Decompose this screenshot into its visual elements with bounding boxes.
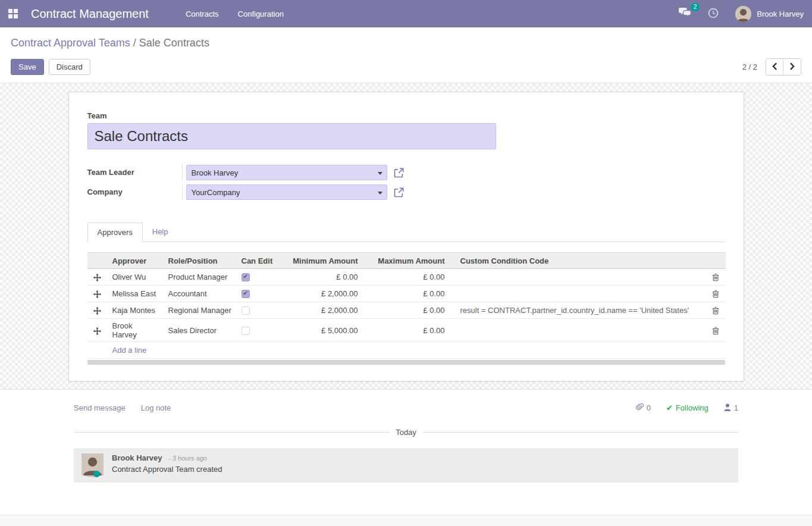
followers-count: 1: [734, 403, 738, 412]
chevron-right-icon: [789, 62, 795, 72]
pager-next-button[interactable]: [783, 59, 801, 75]
min-amount-cell[interactable]: £ 2,000.00: [285, 286, 369, 302]
add-line-row[interactable]: Add a line: [87, 342, 726, 359]
caret-down-icon: [378, 172, 383, 175]
delete-row-icon[interactable]: [712, 290, 719, 298]
form-view-background: Team Team Leader Brook Harvey Company: [0, 83, 812, 390]
followers-button[interactable]: 1: [724, 403, 738, 413]
chatter-message: Brook Harvey - 3 hours ago Contract Appr…: [74, 448, 738, 483]
drag-handle-icon[interactable]: [93, 290, 101, 298]
condition-code-cell[interactable]: [456, 319, 706, 342]
save-button[interactable]: Save: [11, 59, 44, 75]
pager-previous-button[interactable]: [766, 59, 783, 75]
role-cell[interactable]: Product Manager: [164, 269, 237, 286]
min-amount-column-header[interactable]: Minimum Amount: [285, 253, 369, 269]
delete-column-header: [706, 253, 726, 269]
can-edit-checkbox[interactable]: [242, 327, 250, 335]
chatter: Send message Log note 0 ✔ Following: [74, 390, 738, 483]
log-note-button[interactable]: Log note: [141, 403, 171, 412]
company-select[interactable]: YourCompany: [186, 184, 387, 200]
breadcrumb-separator: /: [133, 37, 139, 49]
tab-approvers[interactable]: Approvers: [87, 223, 143, 242]
apps-menu-button[interactable]: [0, 0, 26, 27]
team-field-label: Team: [87, 111, 725, 120]
top-menus: Contracts Configuration: [186, 10, 284, 18]
control-panel: Contract Approval Teams / Sale Contracts…: [0, 27, 812, 83]
attachments-count: 0: [647, 403, 651, 412]
approvers-table: Approver Role/Position Can Edit Minimum …: [87, 252, 725, 365]
condition-code-cell[interactable]: [456, 269, 706, 286]
table-row[interactable]: Oliver WuProduct Manager£ 0.00£ 0.00: [87, 269, 726, 286]
breadcrumb-parent-link[interactable]: Contract Approval Teams: [11, 37, 130, 49]
team-leader-label: Team Leader: [87, 165, 183, 180]
company-external-link-icon[interactable]: [394, 187, 404, 198]
app-title[interactable]: Contract Management: [31, 7, 149, 21]
apps-grid-icon: [8, 9, 18, 18]
approver-cell[interactable]: Oliver Wu: [108, 269, 164, 286]
user-menu[interactable]: Brook Harvey: [735, 6, 804, 22]
can-edit-checkbox[interactable]: [242, 273, 250, 281]
drag-handle-icon[interactable]: [93, 307, 101, 315]
add-line-link[interactable]: Add a line: [87, 342, 726, 359]
user-avatar: [735, 6, 751, 22]
max-amount-cell[interactable]: £ 0.00: [369, 269, 456, 286]
approver-column-header[interactable]: Approver: [108, 253, 164, 269]
condition-code-cell[interactable]: result = CONTRACT.partner_id.country_id.…: [456, 302, 706, 319]
table-row[interactable]: Melissa EastAccountant£ 2,000.00£ 0.00: [87, 286, 726, 302]
menu-configuration[interactable]: Configuration: [238, 10, 284, 18]
check-icon: ✔: [666, 403, 673, 412]
company-value: YourCompany: [192, 188, 240, 197]
breadcrumb-current: Sale Contracts: [139, 37, 209, 49]
delete-row-icon[interactable]: [712, 306, 719, 315]
table-row[interactable]: Brook HarveySales Director£ 5,000.00£ 0.…: [87, 319, 726, 342]
max-amount-column-header[interactable]: Maximum Amount: [369, 253, 456, 269]
send-message-button[interactable]: Send message: [74, 403, 126, 412]
tab-help[interactable]: Help: [143, 223, 178, 242]
team-leader-select[interactable]: Brook Harvey: [186, 165, 387, 180]
max-amount-cell[interactable]: £ 0.00: [369, 286, 456, 302]
clock-icon: [708, 8, 719, 20]
condition-code-cell[interactable]: [456, 286, 706, 302]
messages-menu[interactable]: 2: [679, 8, 691, 20]
min-amount-cell[interactable]: £ 2,000.00: [285, 302, 369, 319]
table-row[interactable]: Kaja MontesRegional Manager£ 2,000.00£ 0…: [87, 302, 726, 319]
drag-handle-icon[interactable]: [93, 327, 101, 335]
team-leader-external-link-icon[interactable]: [394, 168, 404, 178]
can-edit-checkbox[interactable]: [242, 290, 250, 298]
role-cell[interactable]: Sales Director: [164, 319, 237, 342]
drag-handle-icon[interactable]: [93, 274, 101, 281]
message-timestamp: - 3 hours ago: [168, 455, 207, 462]
max-amount-cell[interactable]: £ 0.00: [369, 302, 456, 319]
table-horizontal-scrollbar[interactable]: [87, 360, 725, 365]
max-amount-cell[interactable]: £ 0.00: [369, 319, 456, 342]
can-edit-cell[interactable]: [237, 302, 285, 319]
page-footer-strip: [0, 515, 812, 526]
message-body: Contract Approval Team created: [112, 465, 222, 474]
team-name-input[interactable]: [87, 123, 496, 149]
can-edit-cell[interactable]: [237, 286, 285, 302]
role-cell[interactable]: Accountant: [164, 286, 237, 302]
min-amount-cell[interactable]: £ 5,000.00: [285, 319, 369, 342]
delete-row-icon[interactable]: [712, 273, 719, 281]
can-edit-cell[interactable]: [237, 319, 285, 342]
delete-row-icon[interactable]: [712, 327, 719, 335]
company-label: Company: [87, 184, 183, 200]
can-edit-column-header[interactable]: Can Edit: [237, 253, 285, 269]
activities-menu[interactable]: [708, 8, 719, 20]
role-cell[interactable]: Regional Manager: [164, 302, 237, 319]
table-header-row: Approver Role/Position Can Edit Minimum …: [87, 253, 726, 269]
menu-contracts[interactable]: Contracts: [186, 10, 219, 18]
following-button[interactable]: ✔ Following: [666, 403, 708, 412]
role-column-header[interactable]: Role/Position: [164, 253, 237, 269]
can-edit-checkbox[interactable]: [242, 306, 250, 315]
message-author[interactable]: Brook Harvey: [112, 453, 162, 462]
min-amount-cell[interactable]: £ 0.00: [285, 269, 369, 286]
condition-column-header[interactable]: Custom Condition Code: [456, 253, 706, 269]
can-edit-cell[interactable]: [237, 269, 285, 286]
approver-cell[interactable]: Brook Harvey: [108, 319, 164, 342]
top-navbar: Contract Management Contracts Configurat…: [0, 0, 812, 27]
attachments-button[interactable]: 0: [636, 403, 651, 413]
discard-button[interactable]: Discard: [49, 59, 90, 75]
approver-cell[interactable]: Melissa East: [108, 286, 164, 302]
approver-cell[interactable]: Kaja Montes: [108, 302, 164, 319]
